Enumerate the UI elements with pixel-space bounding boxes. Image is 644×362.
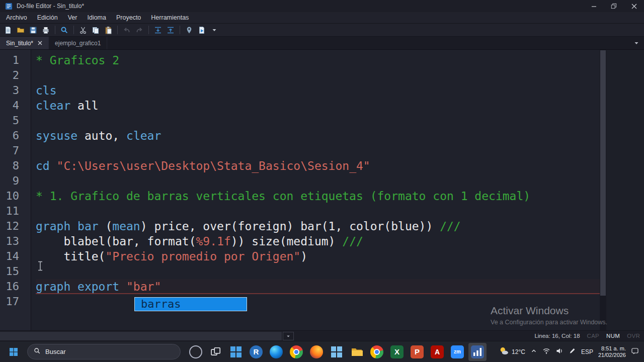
code-line-5[interactable] <box>36 113 600 128</box>
code-token: /// <box>440 220 461 233</box>
restore-button[interactable] <box>604 0 624 12</box>
line-number: 3 <box>0 83 31 98</box>
menu-edicion[interactable]: Edición <box>32 12 63 23</box>
tab-overflow-caret-icon[interactable] <box>631 37 642 49</box>
tab-ejemplo-grafico1[interactable]: ejemplo_grafico1 <box>49 37 107 49</box>
code-line-10[interactable]: * 1. Grafico de barras verticales con et… <box>36 189 600 204</box>
r-project-icon[interactable]: R <box>247 343 265 361</box>
execute-options-caret-icon[interactable] <box>209 25 220 36</box>
zoom-icon[interactable]: zm <box>448 343 466 361</box>
excel-icon[interactable]: X <box>388 343 406 361</box>
task-view-icon[interactable] <box>207 343 225 361</box>
print-button[interactable] <box>40 25 51 36</box>
code-line-6[interactable]: sysuse auto, clear <box>36 128 600 143</box>
apps-grid-2-icon[interactable] <box>328 343 346 361</box>
jump-next-line-button[interactable] <box>152 25 164 36</box>
code-line-8[interactable]: cd "C:\Users\user\Desktop\Stata_Basico\S… <box>36 158 600 173</box>
apps-grid-icon[interactable] <box>227 343 245 361</box>
copilot-icon[interactable] <box>187 343 205 361</box>
code-line-2[interactable] <box>36 68 600 83</box>
vertical-scrollbar-thumb[interactable] <box>600 50 606 296</box>
paste-button[interactable] <box>103 25 114 36</box>
pen-icon[interactable] <box>569 347 576 356</box>
autocomplete-popup: barras <box>134 297 247 311</box>
taskbar: Buscar R X P A zm <box>0 341 644 362</box>
network-icon[interactable] <box>542 347 550 357</box>
vertical-scrollbar[interactable] <box>600 50 606 330</box>
code-editor[interactable]: 1234567891011121314151617 * Graficos 2cl… <box>0 50 644 330</box>
execute-do-button[interactable] <box>196 25 207 36</box>
stata-dofile-icon <box>5 3 13 10</box>
jump-prev-line-button[interactable] <box>165 25 176 36</box>
close-button[interactable] <box>624 0 644 12</box>
code-token: "Precio promedio por Origen" <box>105 250 300 263</box>
code-token: "C:\Users\user\Desktop\Stata_Basico\Sesi… <box>57 159 370 172</box>
set-marker-button[interactable] <box>184 25 195 36</box>
toolbar-separator <box>148 26 149 34</box>
minimize-button[interactable] <box>584 0 604 12</box>
powerpoint-icon[interactable]: P <box>408 343 426 361</box>
code-token: sysuse <box>36 129 77 142</box>
edge-browser-icon[interactable] <box>267 343 285 361</box>
find-button[interactable] <box>59 25 70 36</box>
undo-button[interactable] <box>121 25 132 36</box>
scrollbar-dropdown-button[interactable] <box>283 332 294 340</box>
stata-icon[interactable] <box>468 343 487 361</box>
toolbar-separator <box>55 26 55 34</box>
code-lines[interactable]: * Graficos 2clsclear allsysuse auto, cle… <box>32 50 600 330</box>
menu-proyecto[interactable]: Proyecto <box>111 12 146 23</box>
horizontal-scrollbar-thumb[interactable] <box>0 332 282 340</box>
menu-ver[interactable]: Ver <box>63 12 83 23</box>
screen: Do-file Editor - Sin_titulo* ArchivoEdic… <box>0 0 644 362</box>
code-line-1[interactable]: * Graficos 2 <box>36 53 600 68</box>
activation-watermark: Activar Windows Ve a Configuración para … <box>491 305 607 326</box>
code-line-11[interactable] <box>36 204 600 219</box>
code-token: /// <box>342 235 363 248</box>
line-number: 4 <box>0 98 31 113</box>
code-line-13[interactable]: blabel(bar, format(%9.1f)) size(medium) … <box>36 234 600 249</box>
code-token: blabel(bar, format( <box>36 235 196 248</box>
code-line-3[interactable]: cls <box>36 83 600 98</box>
menu-herramientas[interactable]: Herramientas <box>146 12 194 23</box>
line-number: 13 <box>0 234 31 249</box>
start-button[interactable] <box>6 344 21 359</box>
save-file-button[interactable] <box>28 25 39 36</box>
new-do-file-button[interactable] <box>3 25 14 36</box>
copy-button[interactable] <box>90 25 101 36</box>
language-indicator[interactable]: ESP <box>581 348 593 355</box>
autocomplete-item[interactable]: barras <box>135 298 247 311</box>
code-token: cls <box>36 84 57 97</box>
code-token: * Graficos 2 <box>36 54 119 67</box>
open-file-button[interactable] <box>15 25 26 36</box>
acrobat-icon[interactable]: A <box>428 343 446 361</box>
menu-archivo[interactable]: Archivo <box>1 12 32 23</box>
code-line-4[interactable]: clear all <box>36 98 600 113</box>
code-line-14[interactable]: title("Precio promedio por Origen") <box>36 249 600 264</box>
code-line-15[interactable] <box>36 264 600 279</box>
clock-widget[interactable]: 8:51 a. m. 21/02/2026 <box>598 345 626 358</box>
powerpoint-letter: P <box>415 347 420 356</box>
cut-button[interactable] <box>77 25 89 36</box>
code-line-7[interactable] <box>36 143 600 158</box>
code-token: graph export <box>36 280 126 293</box>
close-tab-icon[interactable] <box>38 41 42 45</box>
firefox-browser-icon[interactable] <box>307 343 326 361</box>
system-tray: 12°C ESP 8:51 a. m. 21/02/2026 <box>499 345 644 358</box>
code-line-16[interactable]: graph export "bar" <box>36 279 600 294</box>
code-line-9[interactable] <box>36 173 600 189</box>
file-explorer-icon[interactable] <box>348 343 366 361</box>
menu-bar: ArchivoEdiciónVerIdiomaProyectoHerramien… <box>0 12 644 24</box>
hidden-icons-chevron-icon[interactable] <box>530 347 537 356</box>
menu-idioma[interactable]: Idioma <box>82 12 111 23</box>
search-input[interactable]: Buscar <box>27 344 181 359</box>
code-token: title( <box>36 250 105 263</box>
chrome-browser-icon[interactable] <box>287 343 305 361</box>
chrome-2-browser-icon[interactable] <box>368 343 386 361</box>
redo-button[interactable] <box>134 25 145 36</box>
code-line-12[interactable]: graph bar (mean) price, over(foreign) ba… <box>36 219 600 234</box>
notification-center-icon[interactable] <box>631 347 639 357</box>
line-number: 5 <box>0 113 31 128</box>
tab-sin-titulo[interactable]: Sin_titulo* <box>0 37 49 49</box>
volume-icon[interactable] <box>555 347 564 357</box>
weather-widget[interactable]: 12°C <box>499 346 525 357</box>
